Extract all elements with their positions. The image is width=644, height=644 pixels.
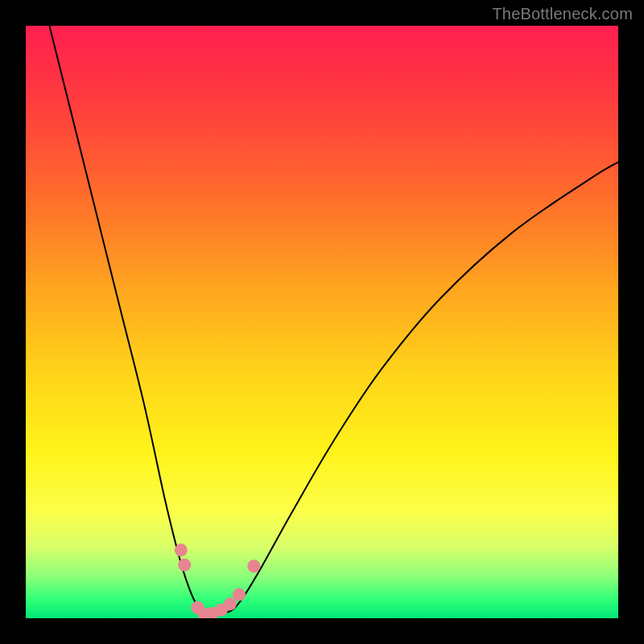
curve-layer [26, 26, 618, 618]
bottleneck-curve [49, 26, 618, 614]
data-marker [233, 588, 246, 601]
data-marker [175, 543, 188, 556]
watermark-text: TheBottleneck.com [492, 5, 633, 23]
plot-area [26, 26, 618, 618]
chart-frame: TheBottleneck.com [0, 0, 644, 644]
data-marker [178, 559, 191, 572]
data-marker [224, 597, 237, 610]
data-marker [247, 559, 260, 572]
